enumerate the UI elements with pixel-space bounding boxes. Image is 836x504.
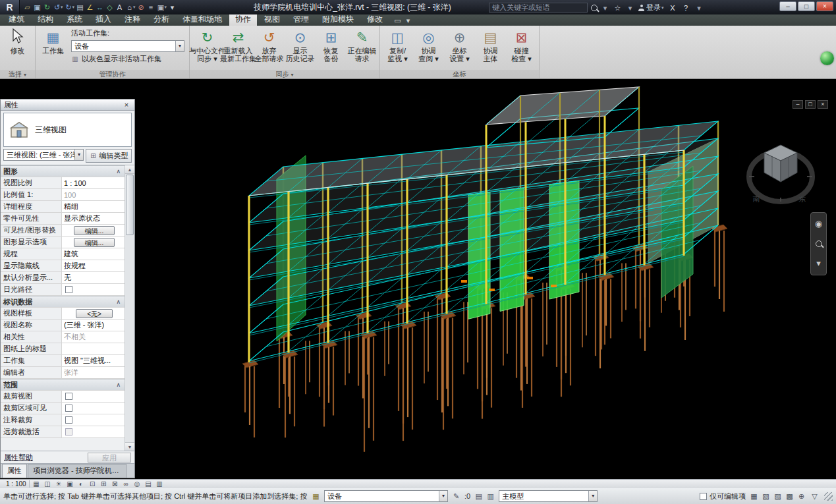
ribbon-tab-附加模块[interactable]: 附加模块 [316, 13, 360, 26]
property-row[interactable]: 比例值 1:100 [1, 189, 125, 201]
tag-icon[interactable]: ◇ [105, 2, 115, 13]
chevron-up-icon[interactable]: ∧ [116, 168, 125, 175]
property-row[interactable]: 显示隐藏线按规程 [1, 260, 125, 272]
property-row[interactable]: 相关性不相关 [1, 331, 125, 343]
ribbon-tab-系统[interactable]: 系统 [61, 13, 88, 26]
workset-status-select[interactable]: 设备 ▾ [324, 490, 448, 502]
text-icon[interactable]: A [115, 2, 125, 13]
checkbox-icon[interactable] [65, 428, 72, 435]
chevron-down-icon[interactable]: ▾ [439, 491, 447, 501]
property-group-header[interactable]: 范围∧ [1, 379, 125, 391]
property-edit-button[interactable]: 编辑... [74, 226, 115, 235]
properties-title-bar[interactable]: 属性 × [1, 99, 134, 111]
unlocked-view-icon[interactable]: ⊠ [111, 480, 119, 488]
design-option-select[interactable]: 主模型 ▾ [499, 490, 598, 502]
open-icon[interactable]: ▱ [22, 2, 32, 13]
synchronize-panel-label[interactable]: 同步 ▾ [190, 70, 379, 78]
crop-view-icon[interactable]: ⊡ [88, 480, 97, 488]
property-row[interactable]: 远剪裁激活 [1, 426, 125, 438]
property-edit-button[interactable]: <无> [76, 309, 113, 318]
reload-latest-button[interactable]: ⇄重新载入最新工作集 [223, 27, 254, 63]
property-row[interactable]: 视图名称(三维 - 张洋) [1, 320, 125, 331]
checkbox-icon[interactable] [65, 393, 72, 400]
select-links-toggle-icon[interactable]: ▦ [749, 491, 759, 501]
favorites-star-icon[interactable]: ☆ [613, 3, 623, 13]
restore-backup-button[interactable]: ⊞恢复备份 [316, 27, 347, 63]
sync-center-icon[interactable]: ↻ [42, 2, 52, 13]
select-by-face-toggle-icon[interactable]: ▩ [785, 491, 794, 501]
coordination-settings-button[interactable]: ⊕坐标设置 ▾ [444, 27, 475, 63]
coordination-host-button[interactable]: ▤协调主体 [475, 27, 506, 63]
checkbox-icon[interactable] [65, 286, 72, 293]
checkbox-icon[interactable] [65, 416, 72, 424]
communication-center-icon[interactable] [820, 51, 834, 65]
chevron-down-icon[interactable]: ▾ [588, 491, 597, 501]
coordination-review-button[interactable]: ◎协调查阅 ▾ [413, 27, 444, 63]
worksets-status-icon[interactable]: ▦ [311, 491, 321, 501]
visual-style-icon[interactable]: ◫ [43, 480, 52, 488]
worksharing-display-icon[interactable]: ▤ [144, 480, 153, 488]
restore-button[interactable]: □ [798, 1, 815, 11]
drag-on-selection-toggle-icon[interactable]: ⊕ [796, 491, 806, 501]
exclude-options-icon[interactable]: ▥ [486, 491, 495, 501]
property-row[interactable]: 视图样板<无> [1, 308, 125, 320]
measure-icon[interactable]: ∠ [85, 2, 95, 13]
ribbon-tab-注释[interactable]: 注释 [119, 13, 146, 26]
scroll-up-icon[interactable]: ▲ [125, 165, 134, 174]
property-row[interactable]: 编辑者张洋 [1, 367, 125, 379]
detail-level-icon[interactable]: ▦ [32, 480, 41, 488]
edit-type-button[interactable]: ⊞ 编辑类型 [86, 149, 132, 163]
ribbon-tab-建筑[interactable]: 建筑 [3, 13, 30, 26]
property-row[interactable]: 详细程度精细 [1, 201, 125, 213]
shadows-icon[interactable]: ▣ [66, 480, 74, 488]
select-underlay-toggle-icon[interactable]: ▧ [761, 491, 771, 501]
property-row[interactable]: 规程建筑 [1, 248, 125, 260]
ribbon-tab-插入[interactable]: 插入 [90, 13, 117, 26]
filter-icon[interactable]: ▽ [810, 491, 820, 501]
qat-customize-icon[interactable]: ▾ [167, 2, 177, 13]
steering-wheel-icon[interactable]: ◉ [814, 219, 823, 229]
minimize-button[interactable]: – [779, 1, 796, 11]
sync-with-central-button[interactable]: ↻与中心文件同步 ▾ [192, 27, 223, 63]
tab-properties[interactable]: 属性 [2, 464, 27, 478]
save-icon[interactable]: ▣ [32, 2, 42, 13]
worksets-button[interactable]: ▦ 工作集 [38, 27, 69, 55]
thin-lines-icon[interactable]: ≡ [146, 2, 156, 13]
property-row[interactable]: 图形显示选项编辑... [1, 237, 125, 248]
select-panel-label[interactable]: 选择 ▾ [0, 70, 35, 78]
property-group-header[interactable]: 图形∧ [1, 165, 125, 177]
application-menu-button[interactable]: R [0, 0, 20, 14]
properties-help-link[interactable]: 属性帮助 [4, 453, 33, 462]
select-pinned-toggle-icon[interactable]: ▨ [773, 491, 783, 501]
temporary-view-properties-icon[interactable]: ▥ [155, 480, 164, 488]
tab-project-browser[interactable]: 项目浏览器 - 技师学院机电培训... [28, 464, 126, 478]
ribbon-tab-管理[interactable]: 管理 [287, 13, 315, 26]
search-input[interactable]: 键入关键字或短语 [489, 3, 588, 13]
ribbon-tab-视图[interactable]: 视图 [258, 13, 286, 26]
sun-path-icon[interactable]: ☀ [55, 480, 63, 488]
copy-monitor-button[interactable]: ◫复制/监视 ▾ [382, 27, 413, 63]
show-history-button[interactable]: ⊙显示历史记录 [285, 27, 316, 63]
property-row[interactable]: 可见性/图形替换编辑... [1, 225, 125, 237]
navigation-bar[interactable]: ◉▾ [810, 212, 827, 275]
redo-dropdown-icon[interactable]: ▾ [72, 5, 75, 10]
instance-selector[interactable]: 三维视图: (三维 - 张洋) ▾ [3, 149, 84, 161]
signin-button[interactable]: 登录 ▾ [638, 3, 665, 13]
property-row[interactable]: 裁剪区域可见 [1, 403, 125, 414]
reveal-hidden-elements-icon[interactable]: ◎ [133, 480, 142, 488]
chevron-down-icon[interactable]: ▾ [74, 150, 83, 160]
view-scale-button[interactable]: 1 : 100 [3, 480, 30, 488]
chevron-up-icon[interactable]: ∧ [116, 381, 125, 388]
active-workset-select[interactable]: 设备 ▾ [71, 40, 184, 52]
close-icon[interactable]: × [122, 101, 131, 109]
modify-button[interactable]: 修改 [2, 27, 33, 55]
gray-inactive-worksets-toggle[interactable]: ▥ 以灰色显示非活动工作集 [71, 54, 184, 64]
ribbon-state-icon[interactable]: ▭ [393, 15, 403, 26]
checkbox-icon[interactable] [65, 405, 72, 412]
interference-check-button[interactable]: ⊠碰撞检查 ▾ [506, 27, 537, 63]
scroll-down-icon[interactable]: ▼ [125, 442, 134, 451]
view-minimize-button[interactable]: – [793, 100, 803, 109]
design-options-icon[interactable]: ▤ [474, 491, 484, 501]
property-group-header[interactable]: 标识数据∧ [1, 296, 125, 308]
temporary-hide-isolate-icon[interactable]: ∞ [122, 480, 130, 488]
